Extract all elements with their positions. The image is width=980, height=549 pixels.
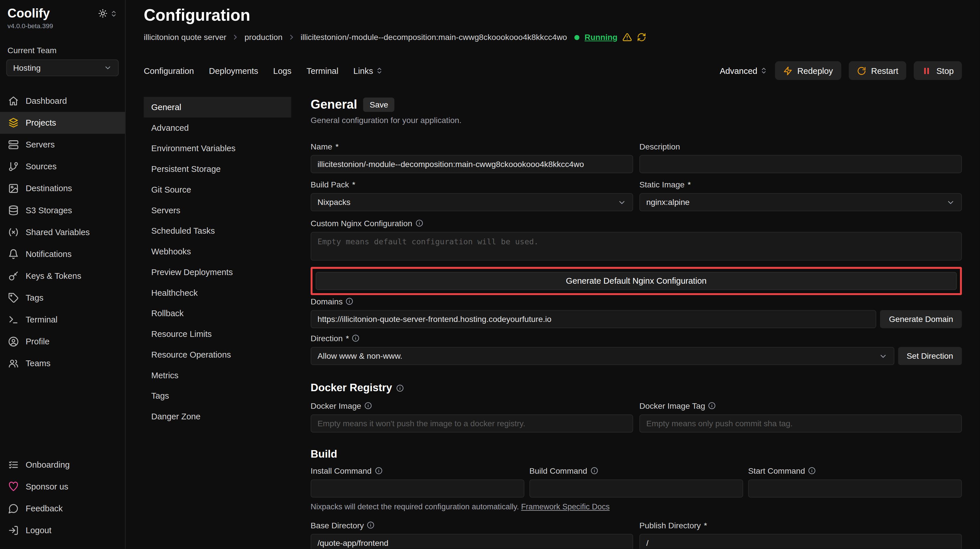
info-icon[interactable]: [415, 219, 423, 227]
docker-registry-title: Docker Registry: [311, 382, 392, 395]
info-icon[interactable]: [346, 298, 353, 305]
page-title: Configuration: [144, 5, 962, 25]
restart-button[interactable]: Restart: [849, 61, 907, 80]
breadcrumb-project[interactable]: illicitonion quote server: [144, 32, 226, 42]
generate-nginx-config-button[interactable]: Generate Default Nginx Configuration: [315, 272, 957, 290]
config-menu-metrics[interactable]: Metrics: [144, 365, 291, 386]
name-label: Name*: [311, 141, 633, 151]
build-command-input[interactable]: [529, 479, 743, 498]
nixpacks-note: Nixpacks will detect the required config…: [311, 503, 962, 511]
sidebar-item-s3-storages[interactable]: S3 Storages: [0, 199, 125, 221]
info-icon[interactable]: [367, 521, 374, 529]
sidebar-item-onboarding[interactable]: Onboarding: [0, 454, 125, 476]
section-subtitle: General configuration for your applicati…: [311, 116, 962, 125]
status-running-link[interactable]: Running: [585, 32, 617, 42]
theme-selector[interactable]: [98, 9, 117, 18]
docker-image-tag-label: Docker Image Tag: [640, 401, 962, 411]
sidebar-item-feedback[interactable]: Feedback: [0, 498, 125, 519]
static-image-select[interactable]: nginx:alpine: [640, 193, 962, 211]
domains-label: Domains: [311, 296, 962, 306]
config-menu-advanced[interactable]: Advanced: [144, 118, 291, 138]
sidebar-item-tags[interactable]: Tags: [0, 287, 125, 309]
key-icon: [8, 271, 19, 282]
stop-button[interactable]: Stop: [914, 61, 962, 80]
config-menu-resource-limits[interactable]: Resource Limits: [144, 324, 291, 345]
config-menu-danger-zone[interactable]: Danger Zone: [144, 406, 291, 427]
build-command-label: Build Command: [529, 466, 743, 476]
breadcrumb-environment[interactable]: production: [245, 32, 283, 42]
start-command-input[interactable]: [748, 479, 962, 498]
start-command-label: Start Command: [748, 466, 962, 476]
sidebar-item-teams[interactable]: Teams: [0, 353, 125, 374]
info-icon[interactable]: [708, 402, 716, 409]
framework-docs-link[interactable]: Framework Specific Docs: [521, 503, 609, 511]
config-menu-persistent-storage[interactable]: Persistent Storage: [144, 159, 291, 179]
config-menu-tags[interactable]: Tags: [144, 386, 291, 406]
tab-links[interactable]: Links: [353, 66, 383, 75]
info-icon[interactable]: [396, 384, 404, 391]
sidebar-item-shared-variables[interactable]: Shared Variables: [0, 221, 125, 243]
base-directory-input[interactable]: [311, 534, 633, 549]
team-select[interactable]: Hosting: [6, 59, 119, 76]
config-menu-resource-operations[interactable]: Resource Operations: [144, 344, 291, 365]
config-menu-rollback[interactable]: Rollback: [144, 303, 291, 324]
team-select-value: Hosting: [13, 63, 41, 73]
tab-configuration[interactable]: Configuration: [144, 66, 194, 75]
sidebar-item-sources[interactable]: Sources: [0, 156, 125, 178]
config-menu-scheduled-tasks[interactable]: Scheduled Tasks: [144, 221, 291, 242]
zap-icon: [783, 66, 792, 75]
sidebar-footer: Onboarding Sponsor us Feedback Logout: [0, 454, 125, 541]
sidebar-item-servers[interactable]: Servers: [0, 134, 125, 156]
chevrons-up-down-icon: [110, 10, 118, 17]
sidebar-nav: Dashboard Projects Servers Sources Desti…: [0, 90, 125, 374]
config-menu-webhooks[interactable]: Webhooks: [144, 241, 291, 262]
sidebar-item-sponsor[interactable]: Sponsor us: [0, 476, 125, 498]
refresh-status-icon[interactable]: [637, 32, 646, 42]
sidebar-item-terminal[interactable]: Terminal: [0, 309, 125, 331]
info-icon[interactable]: [375, 467, 382, 474]
tab-terminal[interactable]: Terminal: [306, 66, 338, 75]
sidebar-item-destinations[interactable]: Destinations: [0, 178, 125, 199]
section-title: General: [311, 97, 357, 112]
description-input[interactable]: [640, 155, 962, 173]
save-button[interactable]: Save: [364, 97, 395, 111]
set-direction-button[interactable]: Set Direction: [898, 347, 962, 365]
domains-input[interactable]: [311, 310, 877, 328]
config-menu-servers[interactable]: Servers: [144, 200, 291, 221]
custom-nginx-textarea[interactable]: [311, 232, 962, 261]
direction-select[interactable]: Allow www & non-www.: [311, 347, 894, 365]
config-menu-environment-variables[interactable]: Environment Variables: [144, 138, 291, 159]
info-icon[interactable]: [352, 334, 360, 342]
sidebar-item-projects[interactable]: Projects: [0, 112, 125, 134]
build-pack-select[interactable]: Nixpacks: [311, 193, 633, 211]
current-team-label: Current Team: [8, 46, 118, 55]
sidebar-item-notifications[interactable]: Notifications: [0, 243, 125, 265]
publish-directory-input[interactable]: [640, 534, 962, 549]
info-icon[interactable]: [590, 467, 598, 474]
sidebar-item-keys-tokens[interactable]: Keys & Tokens: [0, 265, 125, 287]
info-icon[interactable]: [364, 402, 372, 409]
name-input[interactable]: [311, 155, 633, 173]
config-menu-healthcheck[interactable]: Healthcheck: [144, 283, 291, 303]
tag-icon: [8, 293, 19, 303]
redeploy-button[interactable]: Redeploy: [775, 61, 841, 80]
docker-image-tag-input[interactable]: [640, 414, 962, 433]
tab-deployments[interactable]: Deployments: [209, 66, 258, 75]
sidebar-item-logout[interactable]: Logout: [0, 519, 125, 541]
sidebar-item-profile[interactable]: Profile: [0, 331, 125, 352]
docker-image-input[interactable]: [311, 414, 633, 433]
install-command-input[interactable]: [311, 479, 525, 498]
generate-domain-button[interactable]: Generate Domain: [880, 310, 962, 328]
tab-logs[interactable]: Logs: [273, 66, 292, 75]
config-menu-git-source[interactable]: Git Source: [144, 179, 291, 200]
info-icon[interactable]: [808, 467, 816, 474]
pause-stop-icon: [922, 66, 931, 75]
publish-directory-label: Publish Directory*: [640, 520, 962, 530]
sidebar-spacer: [0, 374, 125, 454]
breadcrumb-resource[interactable]: illicitestonion/-module--decomposition:m…: [301, 32, 567, 42]
config-menu-preview-deployments[interactable]: Preview Deployments: [144, 262, 291, 283]
build-title: Build: [311, 447, 337, 461]
config-menu-general[interactable]: General: [144, 97, 291, 118]
sidebar-item-dashboard[interactable]: Dashboard: [0, 90, 125, 112]
advanced-dropdown[interactable]: Advanced: [720, 66, 767, 75]
